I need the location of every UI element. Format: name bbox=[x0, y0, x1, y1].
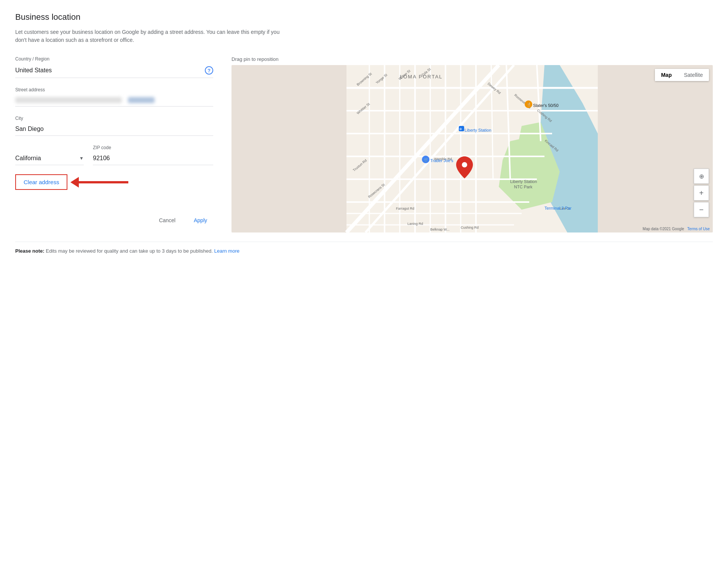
svg-text:Farragut Rd: Farragut Rd bbox=[396, 207, 414, 210]
arrow-head-icon bbox=[70, 177, 79, 188]
state-zip-row: California ▼ ZIP code 92106 bbox=[15, 145, 213, 165]
map-toggle: Map Satellite bbox=[655, 69, 709, 81]
street-field-blurred[interactable] bbox=[15, 94, 213, 107]
city-label: City bbox=[15, 116, 213, 121]
clear-address-container: Clear address bbox=[15, 174, 67, 190]
country-field[interactable]: United States ? bbox=[15, 63, 213, 78]
learn-more-link[interactable]: Learn more bbox=[214, 248, 239, 254]
map-controls: ⊕ + − bbox=[694, 169, 709, 217]
map-section: Drag pin to reposition Map Satellite bbox=[231, 56, 713, 232]
svg-text:Liberty Station: Liberty Station bbox=[465, 128, 491, 132]
state-field-group: California ▼ bbox=[15, 152, 84, 165]
country-field-group: Country / Region United States ? bbox=[15, 56, 213, 78]
zip-field-group: ZIP code 92106 bbox=[93, 145, 213, 165]
state-select[interactable]: California ▼ bbox=[15, 152, 84, 165]
svg-text:Terminal 2 Par: Terminal 2 Par bbox=[544, 206, 572, 210]
clear-address-arrow bbox=[79, 181, 128, 183]
zoom-in-button[interactable]: + bbox=[694, 185, 709, 201]
svg-text:Cushing Rd: Cushing Rd bbox=[461, 226, 479, 229]
note-text: Edits may be reviewed for quality and ca… bbox=[46, 248, 214, 254]
zip-value: 92106 bbox=[93, 155, 110, 162]
map-data-text: Map data ©2021 Google bbox=[643, 227, 684, 231]
map-tab[interactable]: Map bbox=[655, 69, 678, 81]
svg-point-53 bbox=[462, 162, 467, 167]
city-field-group: City San Diego bbox=[15, 116, 213, 136]
state-value: California bbox=[15, 155, 76, 162]
street-extra-blurred bbox=[128, 97, 155, 103]
terms-link[interactable]: Terms of Use bbox=[687, 227, 710, 231]
svg-text:Trader Joe's: Trader Joe's bbox=[430, 158, 453, 163]
form-section: Country / Region United States ? Street … bbox=[15, 56, 213, 226]
help-icon[interactable]: ? bbox=[205, 66, 213, 75]
street-field-group: Street address bbox=[15, 87, 213, 107]
street-label: Street address bbox=[15, 87, 213, 92]
zip-field[interactable]: 92106 bbox=[93, 152, 213, 165]
page-title: Business location bbox=[15, 12, 713, 22]
country-value: United States bbox=[15, 67, 52, 74]
map-drag-label: Drag pin to reposition bbox=[231, 56, 713, 62]
svg-text:Belknap W...: Belknap W... bbox=[430, 228, 450, 231]
clear-address-button[interactable]: Clear address bbox=[15, 174, 67, 190]
svg-text:NTC Park: NTC Park bbox=[514, 185, 533, 189]
svg-text:🛒: 🛒 bbox=[424, 157, 429, 162]
svg-text:🍴: 🍴 bbox=[527, 102, 532, 107]
map-container[interactable]: Map Satellite bbox=[231, 65, 713, 232]
svg-text:Laning Rd: Laning Rd bbox=[407, 222, 423, 226]
map-visual: Browning St Yonge St Willow St Zola St W… bbox=[231, 65, 713, 232]
svg-text:LOMA PORTAL: LOMA PORTAL bbox=[400, 74, 443, 80]
note-prefix: Please note: bbox=[15, 248, 45, 254]
map-attribution: Map data ©2021 Google Terms of Use bbox=[643, 227, 710, 231]
arrow-line bbox=[79, 181, 128, 183]
satellite-tab[interactable]: Satellite bbox=[678, 69, 709, 81]
apply-button[interactable]: Apply bbox=[188, 214, 213, 226]
zoom-out-button[interactable]: − bbox=[694, 202, 709, 217]
locate-button[interactable]: ⊕ bbox=[694, 169, 709, 184]
dropdown-arrow-icon: ▼ bbox=[79, 156, 84, 161]
bottom-note: Please note: Edits may be reviewed for q… bbox=[15, 242, 713, 254]
city-field[interactable]: San Diego bbox=[15, 123, 213, 136]
country-label: Country / Region bbox=[15, 56, 213, 62]
page-description: Let customers see your business location… bbox=[15, 28, 282, 44]
svg-text:Slater's 50/50: Slater's 50/50 bbox=[533, 103, 559, 108]
content-area: Country / Region United States ? Street … bbox=[15, 56, 713, 232]
zip-label: ZIP code bbox=[93, 145, 213, 150]
cancel-button[interactable]: Cancel bbox=[153, 214, 182, 226]
svg-text:Liberty Station: Liberty Station bbox=[510, 179, 537, 184]
svg-text:⊕: ⊕ bbox=[459, 127, 462, 131]
street-value-blurred bbox=[15, 97, 122, 103]
footer-actions: Cancel Apply bbox=[15, 208, 213, 226]
city-value: San Diego bbox=[15, 126, 44, 132]
